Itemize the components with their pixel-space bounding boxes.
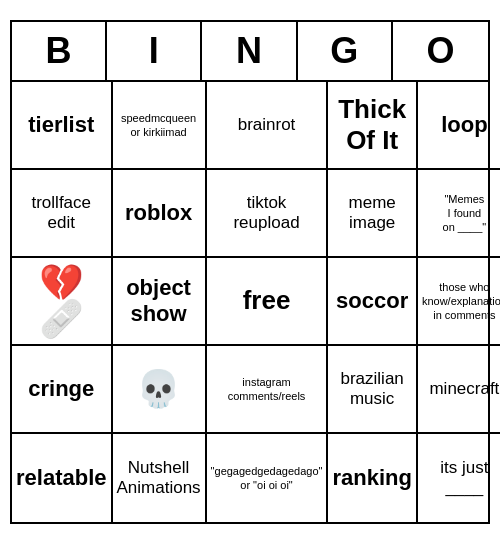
bingo-cell-r5c2: Nutshell Animations [113,434,207,522]
bingo-cell-r3c4: soccor [328,258,417,346]
bingo-letter-n: N [202,22,297,80]
bingo-cell-r2c2: roblox [113,170,207,258]
bingo-cell-r2c3: tiktok reupload [207,170,329,258]
cell-text-r1c2: speedmcqueen or kirkiimad [121,111,196,140]
bingo-cell-r1c3: brainrot [207,82,329,170]
bingo-cell-r5c4: ranking [328,434,417,522]
cell-text-r5c5: its just ____ [440,458,488,499]
bingo-cell-r3c3: free [207,258,329,346]
cell-text-r2c3: tiktok reupload [233,193,299,234]
cell-text-r2c2: roblox [125,200,192,226]
cell-text-r2c5: "Memes I found on ____" [443,192,487,235]
cell-text-r4c1: cringe [28,376,94,402]
bingo-card: BINGO tierlistspeedmcqueen or kirkiimadb… [10,20,490,524]
cell-text-r4c2: 💀 [136,371,181,407]
bingo-letter-g: G [298,22,393,80]
bingo-cell-r2c5: "Memes I found on ____" [418,170,500,258]
bingo-letter-i: I [107,22,202,80]
bingo-cell-r5c3: "gegagedgedagedago" or "oi oi oi" [207,434,329,522]
bingo-cell-r3c5: those who know/explanation in comments [418,258,500,346]
cell-text-r4c3: instagram comments/reels [228,375,306,404]
cell-text-r2c4: meme image [349,193,396,234]
bingo-cell-r4c3: instagram comments/reels [207,346,329,434]
bingo-cell-r4c4: brazilian music [328,346,417,434]
bingo-cell-r5c5: its just ____ [418,434,500,522]
bingo-header: BINGO [12,22,488,82]
cell-text-r3c5: those who know/explanation in comments [422,280,500,323]
cell-text-r3c3: free [243,285,291,316]
bingo-cell-r4c5: minecraft [418,346,500,434]
bingo-cell-r5c1: relatable [12,434,113,522]
cell-text-r1c1: tierlist [28,112,94,138]
cell-text-r4c5: minecraft [429,379,499,399]
bingo-cell-r2c1: trollface edit [12,170,113,258]
bingo-cell-r1c5: loop [418,82,500,170]
cell-text-r5c1: relatable [16,465,107,491]
cell-text-r4c4: brazilian music [341,369,404,410]
bingo-cell-r3c1: 💔 🩹 [12,258,113,346]
bingo-cell-r1c1: tierlist [12,82,113,170]
cell-text-r1c5: loop [441,112,487,138]
bingo-cell-r4c2: 💀 [113,346,207,434]
cell-text-r3c2: object show [126,275,191,328]
cell-text-r3c4: soccor [336,288,408,314]
bingo-cell-r3c2: object show [113,258,207,346]
bingo-cell-r4c1: cringe [12,346,113,434]
cell-text-r2c1: trollface edit [31,193,91,234]
cell-text-r1c4: Thick Of It [338,94,406,156]
bingo-letter-b: B [12,22,107,80]
bingo-letter-o: O [393,22,488,80]
cell-text-r3c1: 💔 🩹 [39,265,84,337]
cell-text-r5c4: ranking [332,465,411,491]
cell-text-r5c3: "gegagedgedagedago" or "oi oi oi" [211,464,323,493]
cell-text-r1c3: brainrot [238,115,296,135]
cell-text-r5c2: Nutshell Animations [117,458,201,499]
bingo-grid: tierlistspeedmcqueen or kirkiimadbrainro… [12,82,488,522]
bingo-cell-r1c2: speedmcqueen or kirkiimad [113,82,207,170]
bingo-cell-r1c4: Thick Of It [328,82,417,170]
bingo-cell-r2c4: meme image [328,170,417,258]
